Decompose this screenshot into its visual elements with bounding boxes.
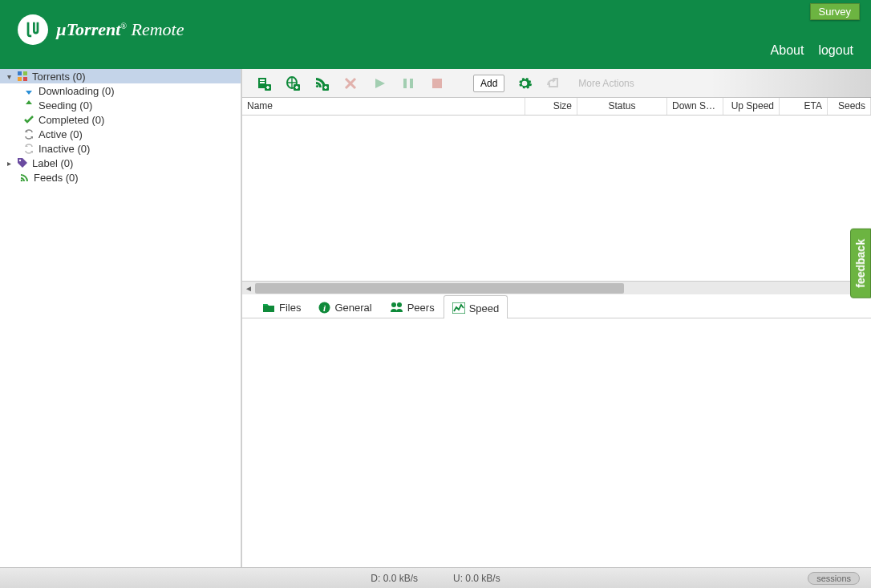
column-header[interactable]: Down Sp... (667, 98, 723, 115)
svg-point-16 (391, 302, 396, 307)
feeds-icon (18, 171, 30, 184)
logout-link[interactable]: logout (818, 43, 853, 58)
tab-label: Speed (469, 302, 500, 314)
torrents-icon (16, 70, 29, 83)
sidebar-item-label: Seeding (0) (38, 99, 92, 112)
sidebar-item-label-group[interactable]: ▸ Label (0) (0, 156, 241, 170)
upload-speed: U: 0.0 kB/s (453, 573, 500, 584)
svg-rect-13 (432, 79, 442, 88)
tab-label: General (334, 302, 371, 314)
sidebar-item-label: Active (0) (38, 128, 83, 140)
download-icon (22, 84, 35, 97)
svg-rect-2 (18, 77, 22, 81)
tab-general[interactable]: i General (310, 294, 380, 318)
tab-speed[interactable]: Speed (444, 295, 508, 318)
tab-peers[interactable]: Peers (381, 294, 444, 318)
stop-icon (428, 75, 446, 92)
add-rss-icon[interactable] (313, 75, 330, 92)
main-panel: Add More Actions NameSizeStatusDown Sp..… (241, 69, 871, 567)
column-header[interactable]: Up Speed (723, 98, 780, 115)
column-header[interactable]: ETA (780, 98, 828, 115)
sidebar-item-feeds[interactable]: Feeds (0) (0, 170, 241, 185)
svg-rect-0 (18, 71, 22, 75)
app-title: µTorrent® Remote (56, 19, 184, 40)
svg-rect-3 (23, 77, 27, 81)
folder-icon (262, 302, 275, 313)
active-icon (22, 128, 35, 140)
column-header[interactable]: Size (525, 98, 577, 115)
svg-rect-1 (23, 71, 27, 75)
seed-icon (22, 99, 35, 112)
detail-tabs: Files i General Peers Speed (242, 294, 871, 318)
tab-files[interactable]: Files (253, 294, 310, 318)
about-link[interactable]: About (771, 43, 804, 58)
sidebar-item-downloading[interactable]: Downloading (0) (0, 83, 241, 98)
info-icon: i (318, 302, 330, 314)
sidebar-item-torrents[interactable]: ▾ Torrents (0) (0, 69, 241, 83)
tab-label: Peers (407, 302, 435, 314)
start-icon (371, 75, 388, 92)
expand-icon[interactable]: ▸ (5, 159, 13, 168)
peers-icon (390, 302, 403, 313)
toolbar: Add More Actions (242, 69, 871, 98)
body-area: ▾ Torrents (0) Downloading (0) Seeding (… (0, 69, 871, 567)
detail-body (242, 318, 871, 567)
sidebar-item-completed[interactable]: Completed (0) (0, 112, 241, 127)
sidebar-item-label: Torrents (0) (32, 71, 85, 83)
remove-icon (342, 75, 359, 92)
statusbar: D: 0.0 kB/s U: 0.0 kB/s sessions (0, 567, 871, 588)
svg-rect-11 (403, 79, 407, 88)
grid-body (242, 116, 871, 281)
horizontal-scrollbar[interactable]: ◄ ► (242, 281, 871, 294)
pause-icon (399, 75, 417, 92)
header-links: About logout (771, 43, 853, 58)
sidebar-item-active[interactable]: Active (0) (0, 127, 241, 141)
more-actions-link[interactable]: More Actions (578, 78, 634, 89)
sidebar-item-label: Label (0) (32, 157, 73, 169)
svg-point-4 (19, 160, 21, 161)
toolbar-shadow (711, 69, 871, 98)
speed-icon (452, 302, 465, 314)
add-button[interactable]: Add (473, 75, 504, 92)
inactive-icon (22, 142, 35, 155)
sidebar-item-label: Inactive (0) (38, 143, 90, 155)
column-header[interactable]: Seeds (828, 98, 871, 115)
tab-label: Files (279, 302, 301, 314)
svg-point-9 (316, 84, 318, 87)
sidebar: ▾ Torrents (0) Downloading (0) Seeding (… (0, 69, 241, 567)
sidebar-item-label: Completed (0) (38, 114, 104, 126)
sessions-button[interactable]: sessions (808, 572, 860, 585)
feedback-tab[interactable]: feedback (850, 229, 871, 298)
scroll-left-icon[interactable]: ◄ (242, 282, 255, 294)
add-torrent-icon[interactable] (255, 75, 273, 92)
sidebar-item-seeding[interactable]: Seeding (0) (0, 98, 241, 112)
column-header[interactable]: Name (242, 98, 525, 115)
sidebar-item-inactive[interactable]: Inactive (0) (0, 141, 241, 156)
column-header[interactable]: Status (577, 98, 667, 115)
scrollbar-thumb[interactable] (255, 283, 624, 294)
expand-icon[interactable]: ▾ (5, 72, 13, 81)
survey-button[interactable]: Survey (810, 3, 860, 20)
sidebar-item-label: Downloading (0) (38, 85, 115, 97)
app-logo: µTorrent® Remote (18, 14, 184, 45)
download-speed: D: 0.0 kB/s (371, 573, 418, 584)
app-header: µTorrent® Remote Survey About logout (0, 0, 871, 69)
svg-rect-12 (410, 79, 413, 88)
grid-header: NameSizeStatusDown Sp...Up SpeedETASeeds (242, 98, 871, 116)
svg-point-17 (397, 302, 402, 307)
share-icon (545, 75, 562, 92)
sidebar-item-label: Feeds (0) (34, 172, 79, 184)
svg-point-5 (20, 179, 22, 181)
logo-icon (18, 14, 48, 45)
settings-icon[interactable] (516, 75, 533, 92)
add-url-icon[interactable] (284, 75, 302, 92)
label-icon (16, 156, 29, 169)
complete-icon (22, 113, 35, 126)
